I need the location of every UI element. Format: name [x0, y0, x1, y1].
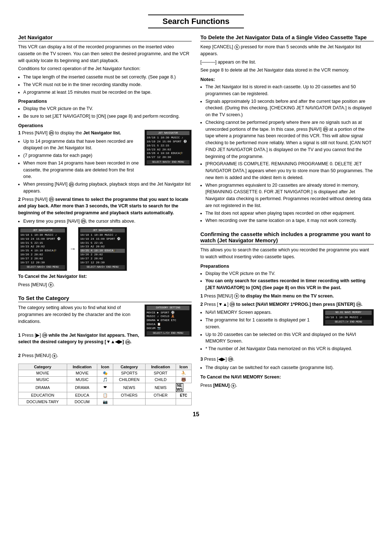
confirming-prep-list: Display the VCR picture on the TV. You c… — [200, 270, 374, 291]
navi-screen-right: JET NAVIGATOR 10/18 1 10:30 MUSIC ♪ 10/1… — [78, 227, 127, 271]
note-3: Checking cannot be performed properly wh… — [205, 119, 374, 160]
notes-section: The Jet Navigator list is stored in each… — [200, 84, 374, 224]
navi-screen-1: JET NAVIGATOR 10/18 1 10:30 MUSIC ♪ 10/1… — [144, 130, 192, 166]
cat-step-2: 2 Press [MENU] 9. — [18, 352, 192, 359]
bullet-navi-note: * The number of Jet Navigator Data memor… — [205, 345, 374, 352]
cancel-navi-text: Press [MENU] 9. — [200, 382, 374, 389]
delete-title: To Delete the Jet Navigator Data of a Si… — [200, 34, 374, 41]
note-4: [PROGRAMME IS COMPLETE. REMAINING PROGRA… — [205, 161, 374, 181]
col-category-2: Category — [113, 364, 145, 370]
confirming-prep-title: Preparations — [200, 263, 374, 269]
conditions-list: The tape length of the inserted cassette… — [18, 74, 192, 96]
col-icon-2: Icon — [176, 364, 191, 370]
col-indication-2: Indication — [146, 364, 176, 370]
table-row: EDUCATION EDUCA 📋 OTHERS OTHER ETC — [19, 392, 192, 398]
condition-3: A programme at least 15 minutes must be … — [23, 89, 192, 96]
delete-step-2: [———] appears on the list. — [200, 59, 374, 66]
category-screen-wrap: CATEGORY SETTING MOVIE ▶ SPORT ⚽ MUSIC ♪… — [144, 304, 192, 337]
operations-title: Operations — [18, 123, 192, 128]
conf-step-1: 1 Press [MENU] 9 to display the Main men… — [200, 293, 374, 300]
delete-step-1: Keep [CANCEL] 5 pressed for more than 5 … — [200, 44, 374, 57]
note-7: When recording over the same location on… — [205, 217, 374, 224]
step-2-text: 2 Press [NAVI] 25 several times to selec… — [18, 196, 192, 216]
confirming-intro: This allows you to search the cassette w… — [200, 247, 374, 260]
table-row: DOCUMEN-TARY DOCUM 📷 — [19, 398, 192, 405]
set-category-block: CATEGORY SETTING MOVIE ▶ SPORT ⚽ MUSIC ♪… — [18, 304, 192, 361]
cancel-navi-label: To Cancel the NAVI MEMORY Screen: — [200, 374, 374, 381]
step-1-bullet-4: When pressing [NAVI] 25 during playback,… — [23, 181, 192, 195]
step-2-bullets: Every time you press [NAVI] 25, the curs… — [18, 218, 192, 225]
page-title: Search Functions — [148, 15, 244, 28]
navi-memory-screen: NO.01 NAVI MEMORY 10/18 1 10:30 MUSIC ♪ … — [323, 309, 374, 326]
step-1-block: JET NAVIGATOR 10/18 1 10:30 MUSIC ♪ 10/1… — [18, 130, 192, 196]
navi-screen-1-wrap: JET NAVIGATOR 10/18 1 10:30 MUSIC ♪ 10/1… — [144, 130, 192, 166]
preparations-title-left: Preparations — [18, 98, 192, 104]
condition-2: The VCR must not be in the timer recordi… — [23, 81, 192, 88]
prep-1: Display the VCR picture on the TV. — [23, 105, 192, 112]
bullet-navi-20: Up to 20 cassettes can be selected on th… — [205, 331, 374, 345]
cancel-label: To Cancel the Jet Navigator list: — [18, 273, 192, 280]
jet-navigator-title: Jet Navigator — [18, 34, 192, 41]
confirming-prep-1: Display the VCR picture on the TV. — [205, 270, 374, 277]
col-category-1: Category — [19, 364, 67, 370]
right-column: To Delete the Jet Navigator Data of a Si… — [200, 34, 374, 405]
confirming-prep-2: You can only search for cassettes record… — [205, 278, 374, 291]
navi-screens-pair: JET NAVIGATOR 10/18 1 10:30 MUSIC ♪ 10/1… — [18, 227, 192, 271]
bullet-cassette-switch: The display can be switched for each cas… — [205, 364, 374, 371]
cancel-text: Press [MENU] 9. — [18, 281, 192, 288]
conditions-title: Conditions for correct operation of the … — [18, 65, 192, 72]
conf-step-2-details: NO.01 NAVI MEMORY 10/18 1 10:30 MUSIC ♪ … — [200, 309, 374, 354]
note-2: Signals approximately 10 seconds before … — [205, 98, 374, 118]
navi-memory-screen-wrap: NO.01 NAVI MEMORY 10/18 1 10:30 MUSIC ♪ … — [323, 309, 374, 326]
notes-list: The Jet Navigator list is stored in each… — [200, 84, 374, 224]
note-1: The Jet Navigator list is stored in each… — [205, 84, 374, 97]
page-title-section: Search Functions — [18, 15, 374, 28]
category-screen: CATEGORY SETTING MOVIE ▶ SPORT ⚽ MUSIC ♪… — [144, 304, 192, 337]
jet-navigator-intro: This VCR can display a list of the recor… — [18, 44, 192, 64]
prep-2: Be sure to set [JET NAVIGATOR] to [ON] (… — [23, 113, 192, 120]
step-2-bullet-1: Every time you press [NAVI] 25, the curs… — [23, 218, 192, 225]
table-row: MOVIE MOVIE 🎭 SPORTS SPORT ⛹ — [19, 370, 192, 376]
confirming-title: Confirming the cassette which includes a… — [200, 231, 374, 244]
set-category-title: To Set the Category — [18, 295, 192, 302]
table-row: DRAMA DRAMA ❤ NEWS NEWS NEWS — [19, 383, 192, 392]
note-5: When programmes equivalent to 20 cassett… — [205, 182, 374, 209]
notes-title: Notes: — [200, 77, 374, 82]
col-indication-1: Indication — [67, 364, 97, 370]
page-number: 15 — [18, 411, 374, 418]
condition-1: The tape length of the inserted cassette… — [23, 74, 192, 81]
col-icon-1: Icon — [97, 364, 113, 370]
conf-step-3-bullets: The display can be switched for each cas… — [200, 364, 374, 371]
arrow-right-icon: → — [69, 245, 76, 253]
table-row: MUSIC MUSIC 🎵 CHILDREN CHILD 🐻 — [19, 376, 192, 383]
conf-step-3: 3 Press [◀▶] 28. — [200, 356, 374, 363]
note-6: The list does not appear when playing ta… — [205, 210, 374, 217]
conf-step-2: 2 Press [▼▲] 28 to select [NAVI MEMORY 1… — [200, 301, 374, 308]
navi-screen-left: JET NAVIGATOR 10/18 1 10:30 MUSIC ♪ 10/1… — [18, 227, 67, 271]
delete-step-3: See page 8 to delete all the Jet Navigat… — [200, 67, 374, 74]
category-table: Category Indication Icon Category Indica… — [18, 364, 192, 405]
left-column: Jet Navigator This VCR can display a lis… — [18, 34, 192, 405]
preparations-list-left: Display the VCR picture on the TV. Be su… — [18, 105, 192, 120]
